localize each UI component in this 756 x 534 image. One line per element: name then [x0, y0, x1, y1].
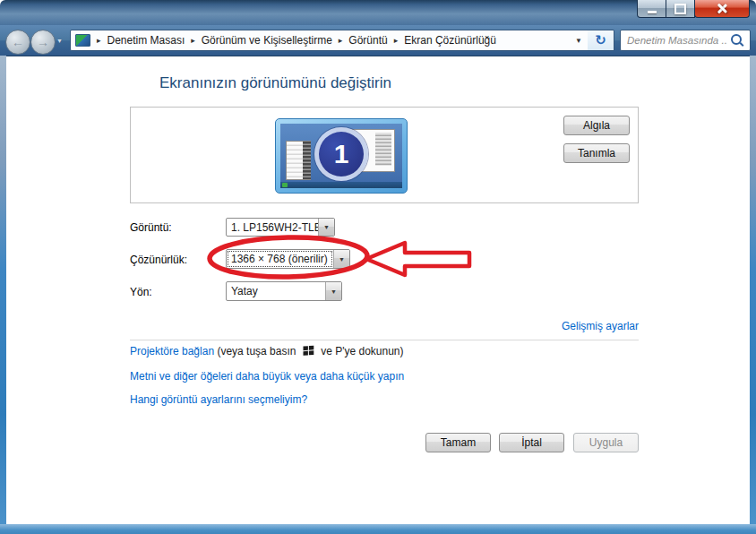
search-input[interactable]: [621, 35, 727, 46]
forward-button[interactable]: →: [30, 30, 56, 55]
monitor-preview[interactable]: 1: [275, 118, 408, 194]
breadcrumb-item-control-panel[interactable]: Denetim Masası: [107, 34, 185, 47]
address-dropdown-icon[interactable]: ▼: [575, 37, 582, 45]
window-frame-right: [750, 56, 756, 534]
projector-line: Projektöre bağlan (veya tuşa basın ve P'…: [130, 345, 404, 357]
breadcrumb-separator-icon: ▸: [90, 36, 107, 45]
breadcrumb-separator-icon: ▸: [388, 36, 405, 45]
display-dropdown-value: 1. LP156WH2-TLE1: [227, 219, 318, 236]
minimize-icon: [648, 11, 657, 13]
which-settings-help-link[interactable]: Hangi görüntü ayarlarını seçmeliyim?: [130, 393, 307, 406]
chevron-down-icon[interactable]: ▼: [325, 282, 341, 300]
desktop-window-thumbnail-left: [286, 141, 311, 180]
section-divider: [130, 340, 639, 340]
display-field-label: Görüntü:: [130, 221, 172, 234]
history-dropdown-icon[interactable]: ▼: [56, 38, 63, 44]
screen-resolution-window: ← → ▼ ▸ Denetim Masası ▸ Görünüm ve Kişi…: [0, 0, 756, 534]
close-icon: [717, 3, 728, 14]
resolution-dropdown[interactable]: 1366 × 768 (önerilir) ▼: [226, 249, 350, 269]
advanced-settings-link[interactable]: Gelişmiş ayarlar: [562, 320, 639, 332]
windows-key-icon: [303, 345, 314, 357]
projector-hint-before: (veya tuşa basın: [217, 345, 296, 357]
connect-projector-link[interactable]: Projektöre bağlan: [130, 345, 214, 357]
display-settings-icon: [75, 34, 90, 47]
window-controls: [638, 0, 750, 18]
forward-icon: →: [37, 35, 49, 49]
minimize-button[interactable]: [637, 0, 666, 18]
start-button-thumbnail: [282, 183, 288, 187]
breadcrumb-separator-icon: ▸: [185, 36, 202, 45]
chevron-down-icon[interactable]: ▼: [333, 250, 349, 268]
breadcrumb-item-display[interactable]: Görüntü: [348, 34, 387, 47]
breadcrumb[interactable]: ▸ Denetim Masası ▸ Görünüm ve Kişiselleş…: [70, 30, 588, 51]
identify-button[interactable]: Tanımla: [563, 143, 630, 163]
breadcrumb-separator-icon: ▸: [332, 36, 349, 45]
maximize-icon: [674, 4, 686, 14]
maximize-button[interactable]: [666, 0, 695, 18]
back-button[interactable]: ←: [5, 30, 30, 55]
desktop-taskbar-thumbnail: [280, 182, 402, 188]
content-area: Ekranınızın görünümünü değiştirin 1 Algı…: [6, 56, 750, 524]
resolution-dropdown-value: 1366 × 768 (önerilir): [227, 250, 333, 268]
search-box: [620, 30, 751, 51]
display-dropdown[interactable]: 1. LP156WH2-TLE1 ▼: [226, 218, 335, 237]
resolution-field-label: Çözünürlük:: [130, 254, 187, 266]
close-button[interactable]: [694, 0, 750, 18]
monitor-screen: 1: [280, 124, 402, 188]
refresh-icon: ↻: [595, 32, 606, 48]
text-size-link[interactable]: Metni ve diğer öğeleri daha büyük veya d…: [130, 370, 404, 383]
orientation-field-label: Yön:: [130, 286, 152, 298]
projector-hint-after: ve P'ye dokunun): [321, 345, 403, 357]
page-title: Ekranınızın görünümünü değiştirin: [159, 74, 391, 92]
search-icon[interactable]: [731, 34, 742, 45]
window-frame-bottom: [0, 524, 756, 534]
window-frame-left: [0, 56, 6, 534]
apply-button[interactable]: Uygula: [573, 433, 639, 452]
breadcrumb-item-screen-resolution[interactable]: Ekran Çözünürlüğü: [404, 34, 496, 47]
annotation-red-arrow: [364, 240, 477, 280]
ok-button[interactable]: Tamam: [425, 433, 491, 452]
detect-button[interactable]: Algıla: [563, 116, 630, 135]
breadcrumb-item-appearance[interactable]: Görünüm ve Kişiselleştirme: [202, 34, 332, 47]
navigation-bar: ← → ▼ ▸ Denetim Masası ▸ Görünüm ve Kişi…: [0, 25, 756, 56]
monitor-number-badge: 1: [314, 127, 368, 181]
orientation-dropdown[interactable]: Yatay ▼: [226, 281, 342, 301]
back-icon: ←: [12, 35, 24, 49]
cancel-button[interactable]: İptal: [499, 433, 564, 452]
orientation-dropdown-value: Yatay: [227, 282, 325, 300]
chevron-down-icon[interactable]: ▼: [318, 219, 334, 236]
monitor-number: 1: [334, 139, 349, 169]
refresh-button[interactable]: ↻: [588, 30, 614, 51]
monitor-preview-box: 1 Algıla Tanımla: [130, 107, 639, 203]
